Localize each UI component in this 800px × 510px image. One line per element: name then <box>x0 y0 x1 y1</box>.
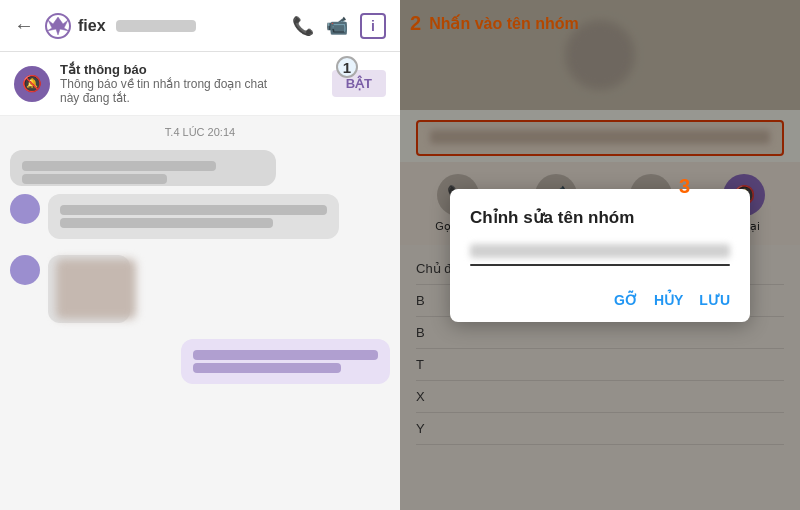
notif-desc: Thông báo về tin nhắn trong đoạn chat nà… <box>60 77 280 105</box>
chat-timestamp: T.4 LÚC 20:14 <box>10 126 390 138</box>
edit-group-dialog: 3 Chỉnh sửa tên nhóm GỠ HỦY LƯU <box>450 189 750 322</box>
chat-row-2 <box>10 194 390 247</box>
chat-bubble-3 <box>48 255 144 331</box>
chat-row-3 <box>10 255 390 331</box>
dialog-input-area <box>450 240 750 282</box>
notif-icon: 🔕 <box>14 66 50 102</box>
chat-bubble-2 <box>48 194 390 247</box>
dialog-overlay: 3 Chỉnh sửa tên nhóm GỠ HỦY LƯU <box>400 0 800 510</box>
notif-text-area: Tắt thông báo Thông báo về tin nhắn tron… <box>60 62 280 105</box>
info-icon-box[interactable]: i <box>360 13 386 39</box>
svg-marker-1 <box>47 17 69 35</box>
dialog-cancel-button[interactable]: HỦY <box>654 292 683 308</box>
right-panel: 2 Nhấn vào tên nhóm 📞 Gọi thoại 📹 Gọi vi… <box>400 0 800 510</box>
app-name: fiex <box>78 17 106 35</box>
phone-icon[interactable]: 📞 <box>292 15 314 37</box>
dialog-input-blurred <box>470 244 730 258</box>
fiex-logo-icon <box>44 12 72 40</box>
left-panel: ← fiex 📞 📹 i 1 🔕 Tắt thông báo <box>0 0 400 510</box>
dialog-go-button[interactable]: GỠ <box>614 292 638 308</box>
chat-bubble-1 <box>10 150 276 186</box>
dialog-save-button[interactable]: LƯU <box>699 292 730 308</box>
chat-area: T.4 LÚC 20:14 <box>0 116 400 510</box>
notif-title: Tắt thông báo <box>60 62 280 77</box>
dialog-input-underline <box>470 264 730 266</box>
dialog-actions: GỠ HỦY LƯU <box>450 282 750 322</box>
dialog-title: Chỉnh sửa tên nhóm <box>450 189 750 240</box>
bell-slash-icon: 🔕 <box>22 74 42 93</box>
back-button[interactable]: ← <box>14 14 34 37</box>
video-icon[interactable]: 📹 <box>326 15 348 37</box>
step3-badge: 3 <box>679 175 690 198</box>
info-label: i <box>371 18 375 34</box>
logo-area: fiex <box>44 12 282 40</box>
chat-header: ← fiex 📞 📹 i <box>0 0 400 52</box>
header-icons: 📞 📹 i <box>292 13 386 39</box>
step1-badge: 1 <box>336 56 358 78</box>
notif-left: 🔕 Tắt thông báo Thông báo về tin nhắn tr… <box>14 62 280 105</box>
contact-name-blurred <box>116 20 196 32</box>
chat-row-4 <box>10 339 390 392</box>
